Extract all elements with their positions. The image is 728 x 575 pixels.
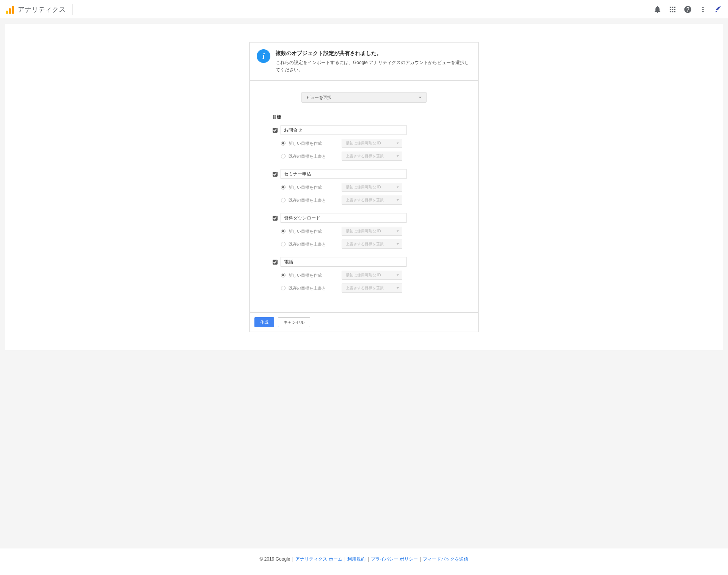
- card-description: これらの設定をインポートするには、Google アナリティクスのアカウントからビ…: [276, 59, 471, 74]
- overwrite-placeholder: 上書きする目標を選択: [346, 154, 384, 159]
- overwrite-select[interactable]: 上書きする目標を選択: [342, 284, 402, 293]
- analytics-logo-icon: [6, 5, 14, 14]
- create-id-select[interactable]: 最初に使用可能な ID: [342, 139, 402, 148]
- apps-icon[interactable]: [668, 5, 677, 14]
- page-footer: © 2019 Google | アナリティクス ホーム | 利用規約 | プライ…: [0, 548, 728, 570]
- radio-overwrite[interactable]: [281, 198, 286, 202]
- card-footer: 作成 キャンセル: [250, 313, 478, 332]
- footer-link-privacy[interactable]: プライバシー ポリシー: [371, 556, 417, 562]
- feather-icon[interactable]: [714, 5, 722, 14]
- create-id-placeholder: 最初に使用可能な ID: [346, 273, 381, 278]
- create-new-label: 新しい目標を作成: [289, 185, 342, 190]
- goal-item: 新しい目標を作成 最初に使用可能な ID 既存の目標を上書き 上書きする目標を選…: [273, 213, 455, 249]
- help-icon[interactable]: [684, 5, 692, 14]
- goal-name-input[interactable]: [281, 213, 406, 223]
- create-new-label: 新しい目標を作成: [289, 273, 342, 278]
- view-selector-label: ビューを選択: [306, 95, 331, 100]
- create-id-select[interactable]: 最初に使用可能な ID: [342, 183, 402, 192]
- chevron-down-icon: [397, 143, 399, 144]
- app-header: アナリティクス: [0, 0, 728, 19]
- main-background: i 複数のオブジェクト設定が共有されました。 これらの設定をインポートするには、…: [0, 19, 728, 548]
- logo-wrap: アナリティクス: [6, 4, 73, 15]
- chevron-down-icon: [397, 287, 399, 289]
- chevron-down-icon: [397, 155, 399, 157]
- overwrite-select[interactable]: 上書きする目標を選択: [342, 152, 402, 161]
- goal-name-input[interactable]: [281, 125, 406, 135]
- overwrite-placeholder: 上書きする目標を選択: [346, 197, 384, 203]
- radio-overwrite[interactable]: [281, 242, 286, 246]
- app-title: アナリティクス: [18, 5, 66, 14]
- overwrite-select[interactable]: 上書きする目標を選択: [342, 240, 402, 249]
- more-icon[interactable]: [699, 5, 707, 14]
- chevron-down-icon: [397, 230, 399, 232]
- create-id-select[interactable]: 最初に使用可能な ID: [342, 271, 402, 280]
- goals-heading-label: 目標: [273, 114, 284, 120]
- main-panel: i 複数のオブジェクト設定が共有されました。 これらの設定をインポートするには、…: [5, 24, 723, 350]
- footer-link-feedback[interactable]: フィードバックを送信: [423, 556, 468, 562]
- chevron-down-icon: [397, 199, 399, 201]
- header-actions: [653, 5, 722, 14]
- overwrite-select[interactable]: 上書きする目標を選択: [342, 196, 402, 205]
- overwrite-label: 既存の目標を上書き: [289, 197, 342, 203]
- goal-checkbox[interactable]: [273, 172, 278, 177]
- view-selector[interactable]: ビューを選択: [301, 92, 427, 103]
- overwrite-placeholder: 上書きする目標を選択: [346, 241, 384, 247]
- goals-heading: 目標: [273, 114, 455, 120]
- cancel-button[interactable]: キャンセル: [278, 317, 310, 327]
- info-icon: i: [257, 49, 270, 63]
- chevron-down-icon: [419, 97, 422, 98]
- goal-checkbox[interactable]: [273, 260, 278, 265]
- chevron-down-icon: [397, 274, 399, 276]
- goal-name-input[interactable]: [281, 169, 406, 179]
- goal-checkbox[interactable]: [273, 216, 278, 221]
- chevron-down-icon: [397, 186, 399, 188]
- create-id-placeholder: 最初に使用可能な ID: [346, 229, 381, 234]
- create-new-label: 新しい目標を作成: [289, 141, 342, 146]
- goal-item: 新しい目標を作成 最初に使用可能な ID 既存の目標を上書き 上書きする目標を選…: [273, 169, 455, 205]
- card-title: 複数のオブジェクト設定が共有されました。: [276, 50, 471, 57]
- overwrite-placeholder: 上書きする目標を選択: [346, 285, 384, 291]
- overwrite-label: 既存の目標を上書き: [289, 285, 342, 291]
- create-id-placeholder: 最初に使用可能な ID: [346, 141, 381, 146]
- create-new-label: 新しい目標を作成: [289, 229, 342, 234]
- radio-create-new[interactable]: [281, 141, 286, 146]
- radio-create-new[interactable]: [281, 185, 286, 190]
- footer-link-tos[interactable]: 利用規約: [347, 556, 366, 562]
- radio-overwrite[interactable]: [281, 154, 286, 158]
- goal-item: 新しい目標を作成 最初に使用可能な ID 既存の目標を上書き 上書きする目標を選…: [273, 125, 455, 161]
- goal-name-input[interactable]: [281, 257, 406, 267]
- chevron-down-icon: [397, 243, 399, 245]
- goal-checkbox[interactable]: [273, 128, 278, 133]
- overwrite-label: 既存の目標を上書き: [289, 241, 342, 247]
- create-id-placeholder: 最初に使用可能な ID: [346, 185, 381, 190]
- notifications-icon[interactable]: [653, 5, 662, 14]
- goal-item: 新しい目標を作成 最初に使用可能な ID 既存の目標を上書き 上書きする目標を選…: [273, 257, 455, 293]
- card-body: ビューを選択 目標 新しい目標を作成 最初に使用可能な ID: [250, 81, 478, 313]
- create-button[interactable]: 作成: [254, 317, 274, 327]
- copyright: © 2019 Google: [260, 556, 290, 562]
- radio-create-new[interactable]: [281, 273, 286, 277]
- radio-overwrite[interactable]: [281, 286, 286, 290]
- footer-link-home[interactable]: アナリティクス ホーム: [295, 556, 342, 562]
- radio-create-new[interactable]: [281, 229, 286, 233]
- card-header: i 複数のオブジェクト設定が共有されました。 これらの設定をインポートするには、…: [250, 42, 478, 81]
- import-card: i 複数のオブジェクト設定が共有されました。 これらの設定をインポートするには、…: [249, 42, 479, 332]
- create-id-select[interactable]: 最初に使用可能な ID: [342, 227, 402, 236]
- overwrite-label: 既存の目標を上書き: [289, 154, 342, 159]
